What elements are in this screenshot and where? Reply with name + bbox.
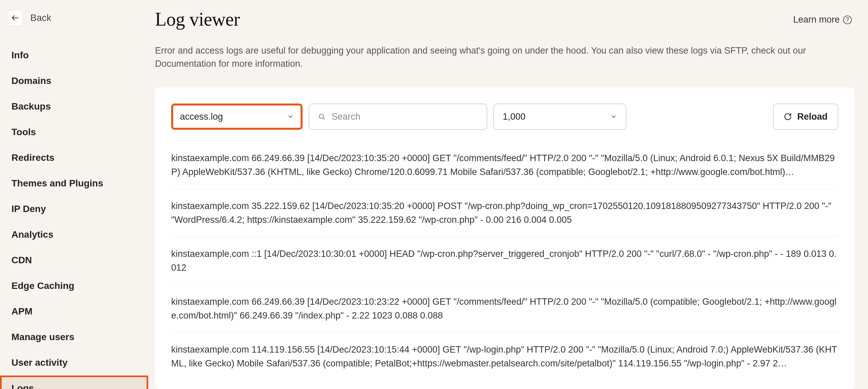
learn-more-label: Learn more: [793, 14, 840, 25]
log-row[interactable]: kinstaexample.com 35.222.159.62 [14/Dec/…: [171, 189, 838, 237]
log-text: kinstaexample.com 114.119.156.55 [14/Dec…: [171, 345, 837, 368]
svg-line-2: [323, 118, 325, 120]
sidebar-item-ip-deny[interactable]: IP Deny: [0, 196, 148, 222]
learn-more-link[interactable]: Learn more ?: [793, 8, 855, 25]
sidebar-item-label: Domains: [11, 76, 51, 86]
search-input[interactable]: [332, 112, 478, 122]
search-icon: [318, 113, 326, 120]
reload-button[interactable]: Reload: [773, 103, 838, 130]
sidebar-item-label: Tools: [11, 127, 36, 137]
log-text: kinstaexample.com ::1 [14/Dec/2023:10:30…: [171, 249, 836, 273]
header-row: Log viewer Learn more ?: [155, 8, 855, 30]
log-text: kinstaexample.com 66.249.66.39 [14/Dec/2…: [171, 153, 835, 177]
sidebar-item-manage-users[interactable]: Manage users: [0, 324, 148, 350]
chevron-down-icon: [610, 113, 617, 120]
sidebar: Back Info Domains Backups Tools Redirect…: [0, 0, 148, 389]
help-icon: ?: [843, 16, 852, 24]
back-button[interactable]: [7, 10, 23, 26]
search-box[interactable]: [309, 103, 487, 130]
count-select[interactable]: 1,000: [493, 103, 626, 130]
sidebar-item-label: Themes and Plugins: [11, 178, 103, 188]
log-row[interactable]: kinstaexample.com 66.249.66.39 [14/Dec/2…: [171, 141, 838, 189]
sidebar-item-analytics[interactable]: Analytics: [0, 222, 148, 247]
sidebar-item-label: Edge Caching: [11, 280, 74, 291]
log-row[interactable]: kinstaexample.com ::1 [14/Dec/2023:10:30…: [171, 237, 838, 285]
log-card: access.log 1,000 Reload kinsta: [155, 87, 855, 389]
log-list: kinstaexample.com 66.249.66.39 [14/Dec/2…: [171, 141, 838, 380]
back-row: Back: [0, 10, 148, 42]
sidebar-item-label: CDN: [11, 255, 32, 265]
sidebar-item-apm[interactable]: APM: [0, 299, 148, 324]
log-file-selected: access.log: [180, 112, 223, 122]
sidebar-item-label: Redirects: [11, 152, 55, 163]
sidebar-item-label: Manage users: [11, 332, 74, 342]
sidebar-item-tools[interactable]: Tools: [0, 119, 148, 145]
chevron-down-icon: [287, 113, 294, 120]
sidebar-item-cdn[interactable]: CDN: [0, 247, 148, 273]
sidebar-item-logs[interactable]: Logs: [0, 376, 148, 389]
reload-icon: [784, 113, 792, 121]
sidebar-item-info[interactable]: Info: [0, 42, 148, 68]
sidebar-item-label: IP Deny: [11, 204, 46, 214]
sidebar-item-label: Backups: [11, 101, 51, 112]
sidebar-item-label: Logs: [11, 383, 34, 389]
main-content: Log viewer Learn more ? Error and access…: [148, 0, 868, 389]
back-label[interactable]: Back: [30, 12, 51, 23]
reload-label: Reload: [797, 112, 828, 122]
sidebar-item-edge-caching[interactable]: Edge Caching: [0, 273, 148, 299]
sidebar-item-label: Analytics: [11, 229, 54, 240]
controls-row: access.log 1,000 Reload: [171, 103, 838, 130]
sidebar-item-user-activity[interactable]: User activity: [0, 350, 148, 376]
sidebar-item-label: APM: [11, 306, 32, 317]
sidebar-item-backups[interactable]: Backups: [0, 94, 148, 119]
sidebar-item-domains[interactable]: Domains: [0, 68, 148, 94]
log-text: kinstaexample.com 66.249.66.39 [14/Dec/2…: [171, 297, 837, 321]
sidebar-item-redirects[interactable]: Redirects: [0, 145, 148, 171]
arrow-left-icon: [11, 13, 20, 22]
log-text: kinstaexample.com 35.222.159.62 [14/Dec/…: [171, 201, 831, 225]
page-description: Error and access logs are useful for deb…: [155, 44, 855, 70]
page-title: Log viewer: [155, 8, 240, 30]
log-row[interactable]: kinstaexample.com 114.119.156.55 [14/Dec…: [171, 333, 838, 380]
sidebar-item-label: Info: [11, 50, 29, 60]
sidebar-item-themes-plugins[interactable]: Themes and Plugins: [0, 171, 148, 196]
log-row[interactable]: kinstaexample.com 66.249.66.39 [14/Dec/2…: [171, 285, 838, 333]
log-file-select[interactable]: access.log: [171, 103, 303, 130]
sidebar-item-label: User activity: [11, 357, 68, 368]
count-selected: 1,000: [503, 112, 526, 122]
